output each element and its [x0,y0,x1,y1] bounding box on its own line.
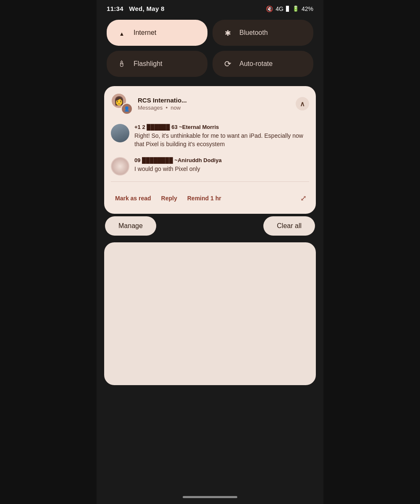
date: Wed, May 8 [129,5,164,12]
status-icons: 🔇 4G ▊ 🔋 42% [266,5,313,12]
car-image [111,124,129,142]
notif-time: now [171,105,181,111]
avatar-eternal-morris [111,124,129,142]
notification-panel: 👩 👤 RCS Internatio... Messages • now [104,86,316,214]
msg-text-1: Right! So, it's unthinkable for me to wa… [134,131,309,149]
home-bar [183,496,237,498]
bluetooth-icon [222,27,234,38]
bottom-buttons: Manage Clear all [97,216,323,236]
avatar-aniruddh [111,157,129,176]
tile-bluetooth[interactable]: Bluetooth [213,20,313,46]
tile-flashlight-label: Flashlight [134,60,162,68]
divider [111,181,309,182]
status-bar: 11:34 Wed, May 8 🔇 4G ▊ 🔋 42% [97,0,323,16]
mute-icon: 🔇 [266,5,273,12]
signal-icon [116,27,128,38]
time: 11:34 [107,5,123,12]
message-item-1: +1 2 ██████ 63 ~Eternal Morris Right! So… [104,120,316,153]
battery-icon: 🔋 [292,5,299,12]
avatar-secondary: 👤 [121,103,133,115]
reply-button[interactable]: Reply [157,192,181,204]
msg-text-2: I would go with Pixel only [134,165,309,173]
status-time-date: 11:34 Wed, May 8 [107,5,165,12]
flashlight-icon: 🕯 [116,59,128,69]
remind-button[interactable]: Remind 1 hr [183,192,226,204]
avatar-stack: 👩 👤 [111,93,133,115]
network-label: 4G [276,5,284,12]
phone-screen: 11:34 Wed, May 8 🔇 4G ▊ 🔋 42% Internet B… [97,0,323,504]
notif-header-left: 👩 👤 RCS Internatio... Messages • now [111,93,187,115]
notif-meta: Messages • now [138,105,187,111]
autorotate-icon [222,58,234,69]
quick-tiles: Internet Bluetooth 🕯 Flashlight Auto-rot… [97,16,323,77]
msg-sender-1: +1 2 ██████ 63 ~Eternal Morris [134,124,309,130]
tile-autorotate-label: Auto-rotate [239,60,273,68]
tile-internet-label: Internet [134,29,156,37]
mark-as-read-button[interactable]: Mark as read [111,192,155,204]
signal-icon: ▊ [286,6,290,12]
msg-content-2: 09 ████████ ~Aniruddh Dodiya I would go … [134,157,309,173]
tile-autorotate[interactable]: Auto-rotate [213,51,313,77]
lower-area [104,242,316,385]
tile-flashlight[interactable]: 🕯 Flashlight [107,51,207,77]
notif-app-name: RCS Internatio... [138,97,187,104]
expand-icon[interactable]: ⤢ [298,191,309,205]
manage-button[interactable]: Manage [105,216,156,236]
msg-content-1: +1 2 ██████ 63 ~Eternal Morris Right! So… [134,124,309,149]
notif-header: 👩 👤 RCS Internatio... Messages • now [104,86,316,120]
notif-actions: Mark as read Reply Remind 1 hr ⤢ [104,188,316,207]
notif-source: Messages [138,105,163,111]
notif-title-row: RCS Internatio... Messages • now [138,97,187,111]
msg-sender-2: 09 ████████ ~Aniruddh Dodiya [134,157,309,163]
tile-bluetooth-label: Bluetooth [239,29,268,37]
tile-internet[interactable]: Internet [107,20,207,46]
message-item-2: 09 ████████ ~Aniruddh Dodiya I would go … [104,153,316,180]
battery-label: 42% [302,5,313,12]
chevron-up-icon [300,100,305,108]
collapse-button[interactable] [296,97,309,110]
clear-all-button[interactable]: Clear all [263,216,315,236]
